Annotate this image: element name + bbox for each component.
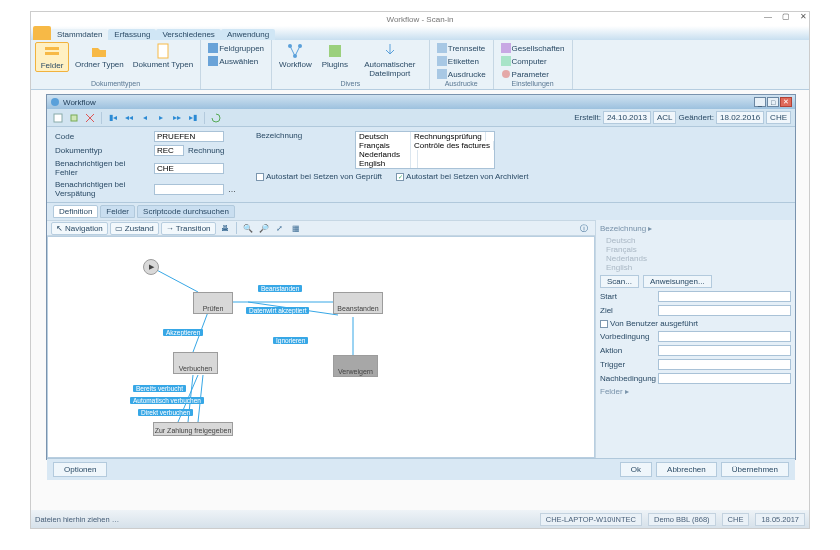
- ribbon-parameter[interactable]: Parameter: [498, 68, 568, 80]
- dialog-minimize[interactable]: _: [754, 97, 766, 107]
- node-beanstanden[interactable]: Beanstanden: [333, 292, 383, 314]
- ribbon-workflow[interactable]: Workflow: [276, 42, 315, 79]
- code-input[interactable]: PRUEFEN: [154, 131, 224, 142]
- nav-prev[interactable]: ◂: [138, 111, 152, 125]
- mode-zustand[interactable]: ▭ Zustand: [110, 222, 159, 235]
- tab-anwendung[interactable]: Anwendung: [221, 29, 275, 40]
- subtab-felder[interactable]: Felder: [100, 205, 135, 218]
- tool-center[interactable]: ▦: [289, 221, 303, 235]
- mode-navigation[interactable]: ↖ Navigation: [51, 222, 108, 235]
- language-grid[interactable]: DeutschRechnungsprüfung FrançaisContrôle…: [355, 131, 495, 169]
- tool-new[interactable]: [51, 111, 65, 125]
- minimize-button[interactable]: —: [764, 12, 772, 21]
- svg-rect-0: [45, 47, 59, 50]
- folder-icon: [91, 43, 107, 59]
- tool-delete[interactable]: [83, 111, 97, 125]
- tag-direktverb[interactable]: Direkt verbuchen: [138, 409, 193, 416]
- options-button[interactable]: Optionen: [53, 462, 107, 477]
- prop-nachbed-input[interactable]: [658, 373, 791, 384]
- ok-button[interactable]: Ok: [620, 462, 652, 477]
- ribbon-ordner-typen[interactable]: Ordner Typen: [72, 42, 127, 72]
- tool-zoom-in[interactable]: 🔍: [241, 221, 255, 235]
- node-pruefen[interactable]: Prüfen: [193, 292, 233, 314]
- dialog-footer: Optionen Ok Abbrechen Übernehmen: [47, 458, 795, 480]
- node-zur-zahlung[interactable]: Zur Zahlung freigegeben: [153, 422, 233, 436]
- prop-aktion-label: Aktion: [600, 346, 655, 355]
- lookup-icon[interactable]: …: [228, 185, 236, 194]
- notify-late-input[interactable]: [154, 184, 224, 195]
- tag-datenwirt[interactable]: Datenwirt akzeptiert: [246, 307, 309, 314]
- ribbon-group1-caption: Dokumenttypen: [35, 80, 196, 87]
- mode-transition[interactable]: → Transition: [161, 222, 216, 235]
- cursor-icon: ↖: [56, 224, 63, 233]
- prop-aktion-input[interactable]: [658, 345, 791, 356]
- subtab-definition[interactable]: Definition: [53, 205, 98, 218]
- doctype-code-input[interactable]: REC: [154, 145, 184, 156]
- workflow-icon: [287, 43, 303, 59]
- node-verbuchen[interactable]: Verbuchen: [173, 352, 218, 374]
- ribbon-gesellschaften[interactable]: Gesellschaften: [498, 42, 568, 54]
- tool-print[interactable]: 🖶: [218, 221, 232, 235]
- workflow-canvas[interactable]: ▶ Prüfen Verbuchen Zur Zahlung freigegeb…: [47, 236, 595, 458]
- autostart-geprueft-checkbox[interactable]: Autostart bei Setzen von Geprüft: [256, 172, 382, 181]
- ribbon-dokument-typen[interactable]: Dokument Typen: [130, 42, 196, 72]
- ribbon-etiketten[interactable]: Etiketten: [434, 55, 489, 67]
- prop-vorbed-input[interactable]: [658, 331, 791, 342]
- ribbon-computer[interactable]: Computer: [498, 55, 568, 67]
- node-start[interactable]: ▶: [143, 259, 159, 275]
- prop-trigger-input[interactable]: [658, 359, 791, 370]
- cancel-button[interactable]: Abbrechen: [656, 462, 717, 477]
- notify-late-label: Benachrichtigen bei Verspätung: [55, 180, 150, 198]
- ribbon-ausdrucke[interactable]: Ausdrucke: [434, 68, 489, 80]
- nav-next[interactable]: ▸: [154, 111, 168, 125]
- ribbon-felder[interactable]: Felder: [35, 42, 69, 72]
- modified-label: Geändert:: [678, 113, 714, 122]
- tag-bereits[interactable]: Bereits verbucht: [133, 385, 186, 392]
- ribbon-auswaehlen[interactable]: Auswählen: [205, 55, 267, 67]
- prop-vonbenutzer-checkbox[interactable]: Von Benutzer ausgeführt: [600, 319, 791, 328]
- notify-error-input[interactable]: CHE: [154, 163, 224, 174]
- props-scan-button[interactable]: Scan...: [600, 275, 639, 288]
- nav-first[interactable]: ▮◂: [106, 111, 120, 125]
- props-section-felder[interactable]: Felder ▸: [600, 387, 791, 396]
- import-icon: [382, 43, 398, 59]
- tool-zoom-out[interactable]: 🔎: [257, 221, 271, 235]
- tool-copy[interactable]: [67, 111, 81, 125]
- tool-refresh[interactable]: [209, 111, 223, 125]
- tab-verschiedenes[interactable]: Verschiedenes: [156, 29, 220, 40]
- nav-prev-page[interactable]: ◂◂: [122, 111, 136, 125]
- modified-date: 18.02.2016: [716, 111, 764, 124]
- ribbon-feldgruppen[interactable]: Feldgruppen: [205, 42, 267, 54]
- tag-autoverb[interactable]: Automatisch verbuchen: [130, 397, 204, 404]
- app-menu-button[interactable]: [33, 26, 51, 40]
- nav-last[interactable]: ▸▮: [186, 111, 200, 125]
- props-anweisungen-button[interactable]: Anweisungen...: [643, 275, 712, 288]
- dialog-close[interactable]: ✕: [780, 97, 792, 107]
- node-verweigern[interactable]: Verweigern: [333, 355, 378, 377]
- subtab-scriptcode[interactable]: Scriptcode durchsuchen: [137, 205, 235, 218]
- prop-ziel-input[interactable]: [658, 305, 791, 316]
- ribbon-trennseite[interactable]: Trennseite: [434, 42, 489, 54]
- prop-start-input[interactable]: [658, 291, 791, 302]
- prop-vorbed-label: Vorbedingung: [600, 332, 655, 341]
- apply-button[interactable]: Übernehmen: [721, 462, 789, 477]
- maximize-button[interactable]: ▢: [782, 12, 790, 21]
- tab-erfassung[interactable]: Erfassung: [108, 29, 156, 40]
- ribbon-plugins[interactable]: Plugins: [318, 42, 352, 79]
- acl-button[interactable]: ACL: [653, 111, 677, 124]
- tag-beanstanden[interactable]: Beanstanden: [258, 285, 302, 292]
- status-date: 18.05.2017: [755, 513, 805, 526]
- autostart-archiviert-checkbox[interactable]: ✓ Autostart bei Setzen von Archiviert: [396, 172, 528, 181]
- tool-info[interactable]: ⓘ: [577, 221, 591, 235]
- close-button[interactable]: ✕: [800, 12, 807, 21]
- props-section-bez[interactable]: Bezeichnung ▸: [600, 224, 791, 233]
- ribbon-auto-import[interactable]: Automatischer Dateiimport: [355, 42, 425, 79]
- nav-next-page[interactable]: ▸▸: [170, 111, 184, 125]
- tag-akzeptieren[interactable]: Akzeptieren: [163, 329, 203, 336]
- tool-fit[interactable]: ⤢: [273, 221, 287, 235]
- dialog-toolbar: ▮◂ ◂◂ ◂ ▸ ▸▸ ▸▮ Erstellt: 24.10.2013 ACL…: [47, 109, 795, 127]
- tag-ignorieren[interactable]: Ignorieren: [273, 337, 308, 344]
- properties-panel: Bezeichnung ▸ DeutschFrançaisNederlandsE…: [595, 220, 795, 458]
- dialog-maximize[interactable]: □: [767, 97, 779, 107]
- tab-stammdaten[interactable]: Stammdaten: [51, 29, 108, 40]
